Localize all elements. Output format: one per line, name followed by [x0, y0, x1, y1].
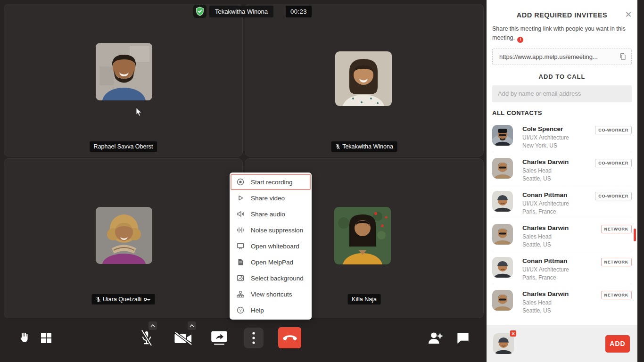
contact-location: Seattle, US	[522, 175, 569, 183]
security-shield-badge[interactable]	[193, 5, 206, 18]
contact-name: Charles Darwin	[522, 290, 569, 298]
menu-item-view-shortcuts[interactable]: View shortcuts	[230, 286, 312, 302]
add-person-button[interactable]	[426, 330, 446, 346]
participant-name: Killa Naja	[352, 296, 377, 303]
menu-item-share-video[interactable]: Share video	[230, 190, 312, 206]
scrollbar-thumb[interactable]	[634, 229, 636, 241]
chat-icon	[456, 332, 470, 344]
participant-photo-killa	[334, 207, 391, 264]
contact-row[interactable]: Conan Pittman UI/UX Architecture Paris, …	[492, 185, 632, 218]
more-options-menu: Start recording Share video Share audio	[230, 173, 312, 320]
contact-badge: CO-WORKER	[595, 159, 632, 167]
avatar	[492, 158, 513, 179]
contact-row[interactable]: Conan Pittman UI/UX Architecture Paris, …	[492, 251, 632, 284]
meeting-link: https://www.app.melp.us/emeeting...	[499, 53, 619, 60]
contact-row[interactable]: Charles Darwin Sales Head Seattle, US NE…	[492, 284, 632, 317]
chevron-up-icon	[190, 324, 194, 327]
share-screen-button[interactable]	[210, 330, 228, 346]
raise-hand-button[interactable]	[17, 330, 31, 345]
contact-role: Sales Head	[522, 167, 569, 175]
panel-title: ADD REQUIRED INVITEES	[487, 11, 637, 19]
equalizer-icon	[236, 226, 245, 234]
add-contact-input[interactable]	[492, 85, 632, 102]
contact-name: Cole Spencer	[522, 125, 569, 133]
active-speaker-badge: Tekakwitha Winona	[209, 6, 273, 17]
participant-name-label: Uiara Quetzalli	[91, 294, 155, 304]
contact-badge: CO-WORKER	[595, 126, 632, 134]
contact-badge: NETWORK	[601, 291, 632, 299]
record-icon	[236, 178, 245, 186]
contact-name: Charles Darwin	[522, 224, 569, 232]
host-key-icon	[144, 297, 151, 301]
contact-location: New York, US	[522, 142, 569, 150]
document-icon	[236, 258, 245, 266]
sitemap-icon	[236, 290, 245, 298]
camera-off-button[interactable]	[173, 331, 193, 346]
more-options-button[interactable]	[244, 328, 264, 348]
contact-role: UI/UX Architecture	[522, 134, 569, 142]
avatar	[492, 290, 513, 311]
right-edge-strip	[637, 0, 644, 362]
video-tile-tekakwitha[interactable]: Tekakwitha Winona	[245, 4, 484, 156]
menu-item-share-audio[interactable]: Share audio	[230, 206, 312, 222]
contact-badge: NETWORK	[601, 258, 632, 266]
avatar	[492, 224, 513, 245]
contact-row[interactable]: Charles Darwin Sales Head Seattle, US CO…	[492, 152, 632, 185]
grid-layout-button[interactable]	[40, 331, 53, 345]
participant-photo-uiara	[96, 207, 152, 264]
contact-location: Seattle, US	[522, 241, 569, 249]
menu-item-open-melppad[interactable]: Open MelpPad	[230, 254, 312, 270]
camera-options-caret[interactable]	[188, 321, 196, 330]
end-call-icon	[282, 334, 297, 341]
contact-location: Seattle, US	[522, 307, 569, 315]
end-call-button[interactable]	[278, 327, 301, 348]
contact-badge: CO-WORKER	[595, 192, 632, 200]
contact-location: Paris, France	[522, 208, 569, 216]
contact-row[interactable]: Charles Darwin Sales Head Seattle, US NE…	[492, 218, 632, 251]
menu-item-select-background[interactable]: Select background	[230, 270, 312, 286]
play-icon	[236, 194, 245, 202]
svg-text:?: ?	[239, 308, 241, 313]
add-button[interactable]: ADD	[605, 335, 630, 353]
help-icon: ?	[236, 306, 245, 314]
contact-name: Charles Darwin	[522, 158, 569, 166]
mic-mute-button[interactable]	[139, 329, 155, 348]
participant-name-label: Raphael Savva Oberst	[90, 141, 157, 152]
add-to-call-heading: ADD TO CALL	[487, 73, 637, 80]
all-contacts-heading: ALL CONTACTS	[492, 109, 632, 116]
contact-role: UI/UX Architecture	[522, 266, 569, 274]
menu-item-start-recording[interactable]: Start recording	[231, 174, 311, 190]
info-icon: !	[517, 37, 523, 43]
contact-name: Conan Pittman	[522, 191, 569, 199]
contact-badge: NETWORK	[601, 225, 632, 233]
more-options-icon	[252, 332, 255, 344]
video-tile-uiara[interactable]: Uiara Quetzalli	[4, 158, 243, 318]
video-tile-raphael[interactable]: Raphael Savva Oberst	[4, 4, 243, 156]
participant-name: Uiara Quetzalli	[103, 296, 141, 303]
copy-icon[interactable]	[619, 53, 627, 60]
call-timer: 00:23	[286, 6, 312, 17]
selected-contact-chip[interactable]: ✕	[493, 333, 514, 354]
video-call-app: Raphael Savva Oberst Tekakwitha Winona U…	[0, 0, 644, 362]
chat-button[interactable]	[455, 331, 471, 345]
remove-contact-icon[interactable]: ✕	[510, 330, 516, 337]
camera-off-icon	[174, 331, 193, 346]
avatar	[492, 125, 513, 146]
selected-invitees-bar: ✕ ADD	[487, 325, 637, 362]
contact-role: UI/UX Architecture	[522, 200, 569, 208]
meeting-link-box[interactable]: https://www.app.melp.us/emeeting...	[492, 49, 632, 65]
share-link-text: Share this meeting link with people you …	[492, 25, 632, 43]
participant-photo-tekakwitha	[335, 51, 392, 106]
avatar	[492, 191, 513, 212]
close-icon[interactable]: ✕	[624, 10, 633, 19]
raise-hand-icon	[18, 331, 30, 344]
avatar	[492, 257, 513, 278]
mic-muted-icon	[96, 296, 100, 302]
contact-location: Paris, France	[522, 274, 569, 282]
mic-muted-icon	[140, 329, 154, 348]
menu-item-noise-suppression[interactable]: Noise suppression	[230, 222, 312, 238]
menu-item-help[interactable]: ? Help	[230, 302, 312, 318]
menu-item-open-whiteboard[interactable]: Open whiteboard	[230, 238, 312, 254]
participant-name-label: Killa Naja	[347, 294, 381, 304]
contact-row[interactable]: Cole Spencer UI/UX Architecture New York…	[492, 119, 632, 152]
